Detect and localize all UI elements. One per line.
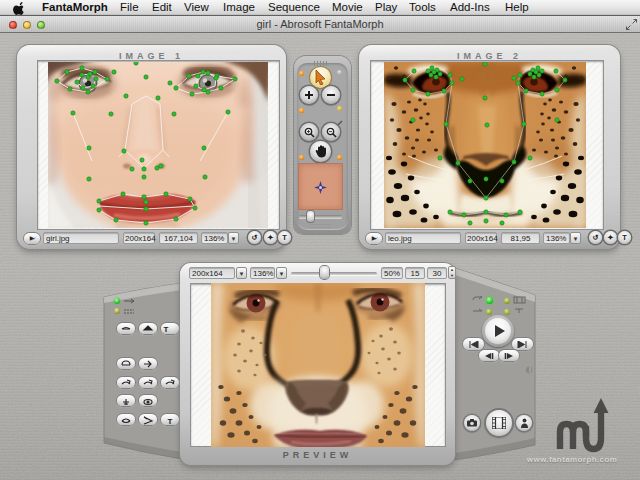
svg-text:T: T xyxy=(168,417,173,426)
svg-text:T: T xyxy=(164,325,169,334)
